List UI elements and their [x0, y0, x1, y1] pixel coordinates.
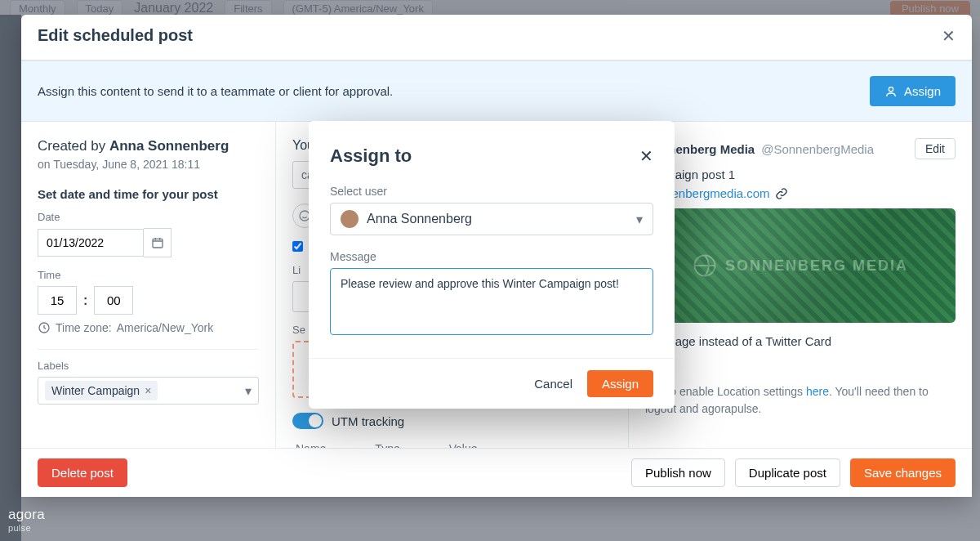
close-icon[interactable]: ✕: [639, 148, 653, 164]
user-select[interactable]: Anna Sonnenberg ▾: [330, 203, 653, 235]
message-textarea[interactable]: [330, 268, 653, 335]
confirm-assign-button[interactable]: Assign: [587, 370, 653, 397]
selected-user-name: Anna Sonnenberg: [367, 212, 472, 226]
select-user-label: Select user: [330, 185, 653, 198]
chevron-down-icon: ▾: [636, 212, 643, 227]
message-label: Message: [330, 250, 653, 263]
assign-to-modal: Assign to ✕ Select user Anna Sonnenberg …: [309, 121, 675, 409]
cancel-button[interactable]: Cancel: [534, 377, 572, 391]
assign-modal-footer: Cancel Assign: [309, 358, 675, 409]
assign-modal-title: Assign to: [330, 145, 412, 167]
user-avatar: [341, 210, 359, 228]
assign-overlay: Assign to ✕ Select user Anna Sonnenberg …: [0, 0, 980, 541]
assign-modal-header: Assign to ✕: [330, 145, 653, 167]
